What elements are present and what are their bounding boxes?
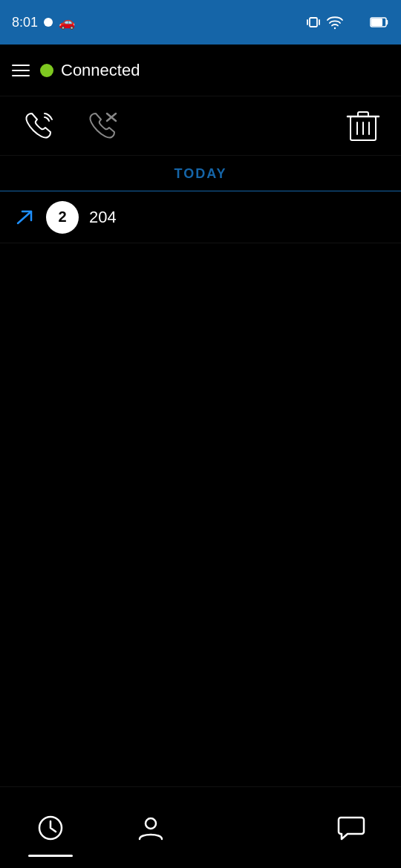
- badge-number: 2: [58, 208, 66, 226]
- dialpad-icon: [237, 814, 265, 842]
- svg-rect-9: [371, 19, 382, 26]
- status-left: 8:01 🚗: [12, 14, 75, 30]
- svg-point-3: [334, 27, 336, 29]
- chat-icon: [337, 814, 365, 842]
- delete-button[interactable]: [340, 102, 386, 151]
- trash-icon: [346, 108, 380, 145]
- svg-point-21: [242, 819, 247, 823]
- vibrate-icon: [306, 15, 321, 30]
- svg-rect-0: [310, 18, 317, 27]
- connection-status: Connected: [40, 61, 140, 80]
- clock-icon: [36, 814, 65, 842]
- status-time: 8:01: [12, 15, 38, 30]
- status-bar: 8:01 🚗: [0, 0, 401, 45]
- phone-call-icon: [21, 108, 58, 145]
- hamburger-line-2: [12, 70, 30, 71]
- nav-dialpad[interactable]: [222, 806, 280, 849]
- missed-call-button[interactable]: [79, 102, 128, 151]
- svg-rect-6: [357, 18, 359, 29]
- person-icon: [137, 814, 165, 842]
- nav-history[interactable]: [22, 806, 79, 849]
- svg-point-22: [249, 819, 253, 823]
- outgoing-call-icon: [12, 206, 36, 229]
- hamburger-line-3: [12, 75, 30, 76]
- toolbar: [0, 96, 401, 156]
- section-header-text: TODAY: [174, 166, 226, 181]
- svg-point-27: [242, 832, 247, 837]
- svg-rect-7: [361, 15, 363, 29]
- call-list-item[interactable]: 2 204: [0, 191, 401, 243]
- section-header: TODAY: [0, 156, 401, 191]
- svg-point-20: [146, 818, 156, 829]
- call-badge: 2: [46, 201, 79, 234]
- svg-point-24: [242, 826, 247, 830]
- svg-point-28: [249, 832, 253, 837]
- status-circle: [44, 18, 53, 27]
- connected-label: Connected: [61, 61, 140, 80]
- car-icon: 🚗: [59, 14, 75, 30]
- wifi-icon: [327, 15, 343, 30]
- main-content: [0, 243, 401, 740]
- connected-dot: [40, 64, 53, 77]
- hamburger-menu[interactable]: [12, 65, 30, 76]
- nav-contacts[interactable]: [122, 806, 180, 849]
- status-right: [306, 15, 389, 30]
- svg-point-26: [255, 826, 260, 830]
- bottom-nav: [0, 786, 401, 868]
- svg-point-23: [255, 819, 260, 823]
- call-button[interactable]: [15, 102, 64, 151]
- svg-line-18: [18, 211, 31, 223]
- svg-point-29: [255, 832, 260, 837]
- svg-point-25: [249, 826, 253, 830]
- svg-rect-5: [353, 21, 356, 29]
- call-number: 204: [89, 208, 117, 227]
- phone-missed-icon: [85, 108, 122, 145]
- app-header: Connected: [0, 45, 401, 96]
- signal-icon: [349, 15, 364, 30]
- nav-messages[interactable]: [322, 806, 380, 849]
- battery-icon: [370, 15, 389, 30]
- svg-rect-4: [350, 24, 352, 29]
- hamburger-line-1: [12, 65, 30, 66]
